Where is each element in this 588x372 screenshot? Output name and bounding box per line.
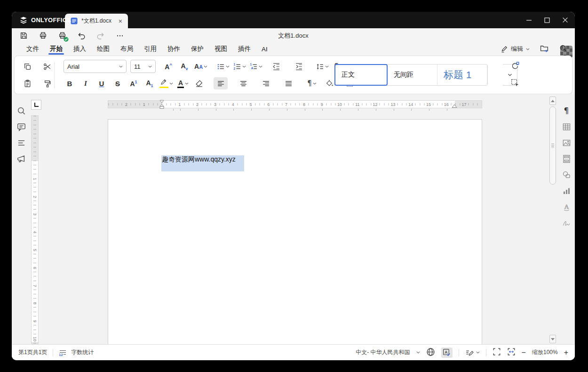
spell-check-button[interactable]: A xyxy=(441,348,453,358)
style-正文[interactable]: 正文 xyxy=(334,64,388,86)
table-settings-button[interactable] xyxy=(561,121,572,132)
zoom-value[interactable]: 缩放100% xyxy=(532,348,558,356)
zoom-out-button[interactable]: − xyxy=(522,349,526,356)
tab-协作[interactable]: 协作 xyxy=(167,43,181,55)
ruler-number: 12 xyxy=(372,102,379,107)
language-label[interactable]: 中文- 中华人民共和国 xyxy=(356,348,410,356)
multilevel-list-button[interactable]: 1 A xyxy=(249,60,263,73)
font-size-select[interactable]: 11 xyxy=(130,60,156,73)
line-spacing-button[interactable] xyxy=(315,60,330,73)
document-page[interactable] xyxy=(108,119,482,344)
tab-视图[interactable]: 视图 xyxy=(214,43,228,55)
v-ruler[interactable]: 12345678910 xyxy=(31,115,39,344)
increase-indent-button[interactable] xyxy=(292,60,306,73)
decrease-font-size-button[interactable]: Av xyxy=(177,60,191,73)
chevron-down-icon xyxy=(148,65,152,68)
shape-settings-button[interactable] xyxy=(561,170,572,180)
underline-button[interactable]: U xyxy=(95,77,109,89)
customize-toolbar-button[interactable] xyxy=(115,31,125,40)
highlight-color-button[interactable] xyxy=(159,77,174,89)
change-case-button[interactable]: AA xyxy=(193,60,208,73)
open-file-location-button[interactable] xyxy=(540,44,549,54)
justify-button[interactable] xyxy=(281,77,295,89)
font-color-button[interactable]: A xyxy=(176,77,190,89)
tab-插入[interactable]: 插入 xyxy=(73,43,87,55)
maximize-icon[interactable] xyxy=(544,17,550,23)
subscript-button[interactable]: A1 xyxy=(143,77,157,89)
ruler-number: 4 xyxy=(231,102,235,107)
save-button[interactable] xyxy=(19,31,28,40)
redo-button[interactable] xyxy=(96,31,105,40)
search-button[interactable] xyxy=(559,44,567,54)
word-count-label[interactable]: 字数统计 xyxy=(71,348,94,356)
navigation-button[interactable] xyxy=(16,137,26,148)
select-all-button[interactable] xyxy=(510,78,520,88)
font-size-value: 11 xyxy=(134,63,141,70)
print-button[interactable] xyxy=(38,31,48,40)
chevron-down-icon[interactable] xyxy=(416,351,420,354)
paragraph-settings-button[interactable]: ¶ xyxy=(561,105,572,116)
font-name-select[interactable]: Arial xyxy=(64,60,127,73)
tab-布局[interactable]: 布局 xyxy=(120,43,134,55)
divider xyxy=(53,349,53,356)
paste-button[interactable] xyxy=(20,77,34,89)
nonprinting-characters-button[interactable]: ¶ xyxy=(305,77,319,89)
track-changes-button[interactable] xyxy=(465,348,480,357)
text-selection[interactable]: 趣奇资源网www.qqzy.xyz xyxy=(161,155,244,171)
cut-button[interactable] xyxy=(40,60,54,73)
scroll-down-button[interactable] xyxy=(549,335,556,343)
align-right-button[interactable] xyxy=(259,77,273,89)
feedback-button[interactable] xyxy=(16,154,26,164)
text-art-settings-button[interactable]: A xyxy=(561,202,572,212)
undo-button[interactable] xyxy=(77,31,86,40)
numbering-button[interactable]: 1 2 xyxy=(232,60,247,73)
tab-绘图[interactable]: 绘图 xyxy=(96,43,110,55)
tab-保护[interactable]: 保护 xyxy=(191,43,204,55)
vertical-scrollbar[interactable] xyxy=(549,97,556,343)
superscript-button[interactable]: A1 xyxy=(127,77,141,89)
clear-formatting-button[interactable] xyxy=(192,77,206,89)
align-left-button[interactable] xyxy=(214,77,228,89)
set-language-button[interactable] xyxy=(426,348,435,358)
align-center-button[interactable] xyxy=(236,77,250,89)
copy-button[interactable] xyxy=(20,60,34,73)
zoom-in-button[interactable]: + xyxy=(564,349,568,356)
style-标题 1[interactable]: 标题 1 xyxy=(437,65,487,85)
edit-mode-button[interactable]: 编辑 xyxy=(501,45,530,53)
minimize-icon[interactable] xyxy=(526,17,532,23)
signature-settings-button[interactable] xyxy=(561,218,572,228)
header-footer-settings-button[interactable] xyxy=(561,154,572,164)
increase-font-size-button[interactable]: A^ xyxy=(161,60,175,73)
tab-文件[interactable]: 文件 xyxy=(26,43,40,55)
h-ruler[interactable]: 121234567891011121314151617 xyxy=(108,100,482,108)
strikeout-button[interactable]: S xyxy=(111,77,125,89)
tab-close-icon[interactable]: × xyxy=(118,18,123,24)
scrollbar-thumb[interactable] xyxy=(549,106,556,185)
chart-settings-button[interactable] xyxy=(561,186,572,196)
fit-page-button[interactable] xyxy=(493,348,501,357)
style-无间距[interactable]: 无间距 xyxy=(388,65,437,85)
page-info[interactable]: 第1页共1页 xyxy=(18,348,47,356)
document-tab[interactable]: *文档1.docx × xyxy=(65,14,128,28)
bullets-button[interactable] xyxy=(216,60,230,73)
decrease-indent-button[interactable] xyxy=(269,60,283,73)
scroll-up-button[interactable] xyxy=(549,97,556,105)
indent-markers[interactable] xyxy=(159,100,164,110)
tab-stop-selector[interactable] xyxy=(31,100,41,110)
tab-引用[interactable]: 引用 xyxy=(143,43,157,55)
replace-button[interactable] xyxy=(510,61,520,71)
tab-开始[interactable]: 开始 xyxy=(49,43,63,55)
fit-width-button[interactable] xyxy=(507,348,516,357)
quick-print-button[interactable] xyxy=(57,31,67,40)
tab-AI[interactable]: AI xyxy=(261,43,268,55)
shape-icon xyxy=(562,170,571,179)
format-painter-button[interactable] xyxy=(40,77,54,89)
tab-插件[interactable]: 插件 xyxy=(238,43,251,55)
comments-button[interactable] xyxy=(16,121,26,132)
close-icon[interactable] xyxy=(562,17,568,23)
find-button[interactable] xyxy=(16,105,26,116)
right-indent-marker[interactable] xyxy=(452,104,457,108)
italic-button[interactable]: I xyxy=(79,77,93,89)
bold-button[interactable]: B xyxy=(63,77,77,89)
image-settings-button[interactable] xyxy=(561,137,572,148)
